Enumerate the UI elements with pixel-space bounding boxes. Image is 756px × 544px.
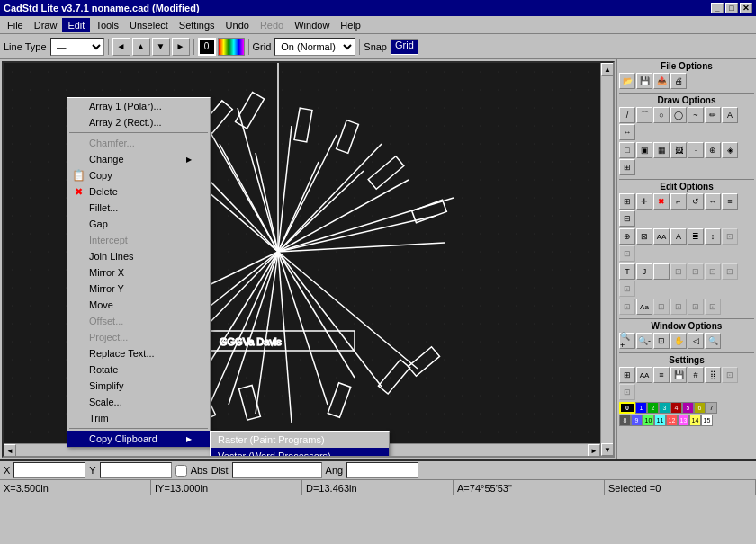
draw-a-btn[interactable]: A [722,107,738,123]
draw-arc-btn[interactable]: ⌒ [636,107,652,123]
color-5[interactable]: 5 [682,402,694,414]
menu-rotate[interactable]: Rotate [68,361,210,378]
edit-t-btn[interactable]: T [619,263,635,280]
color-4[interactable]: 4 [670,402,682,414]
maximize-button[interactable]: □ [725,3,738,13]
zoom-pan-btn[interactable]: ✋ [670,333,687,349]
scroll-down-btn[interactable]: ▼ [601,443,614,456]
abs-checkbox[interactable] [176,465,187,477]
color-13[interactable]: 13 [678,415,689,426]
menu-change[interactable]: Change ▶ [68,151,210,167]
menu-project[interactable]: Project... [68,329,210,345]
draw-hatch-btn[interactable]: ▦ [653,142,670,158]
edit-J-btn[interactable]: J [636,263,652,280]
settings-save-btn[interactable]: 💾 [670,367,687,383]
menu-edit[interactable]: Edit [62,18,90,32]
menu-scale[interactable]: Scale... [68,394,210,410]
draw-rect-btn[interactable]: □ [619,142,635,158]
edit-para-btn[interactable]: ≡ [722,193,738,210]
zoom-out-btn[interactable]: 🔍- [636,333,652,349]
cad-canvas-area[interactable]: GGGVa Davis Array 1 (Polar)... Array 2 (… [2,61,615,458]
draw-img-btn[interactable]: 🖼 [670,142,687,158]
edit-arr-btn[interactable]: ⊟ [619,210,635,227]
color-3[interactable]: 3 [659,402,670,414]
color-10[interactable]: 10 [643,415,654,426]
nav-right-btn[interactable]: ► [172,38,190,56]
menu-undo[interactable]: Undo [220,18,255,32]
menu-draw[interactable]: Draw [29,18,63,32]
file-open-btn[interactable]: 📂 [619,73,635,89]
menu-fillet[interactable]: Fillet... [68,200,210,216]
v-scrollbar[interactable]: ▲ ▼ [600,63,613,456]
menu-window[interactable]: Window [289,18,335,32]
draw-dots-btn[interactable]: · [688,142,704,158]
menu-redo[interactable]: Redo [255,18,289,32]
settings-lines-btn[interactable]: ≡ [653,367,670,383]
edit-flip-btn[interactable]: ↔ [705,193,721,210]
color-6[interactable]: 6 [694,402,706,414]
menu-mirrorx[interactable]: Mirror X [68,264,210,281]
edit-move-btn[interactable]: ✛ [636,193,652,210]
menu-file[interactable]: File [2,18,29,32]
color-14[interactable]: 14 [689,415,701,426]
y-input-field[interactable] [100,462,172,478]
color-7[interactable]: 7 [706,402,717,414]
edit-space-btn[interactable] [653,263,670,280]
file-export-btn[interactable]: 📤 [653,73,670,89]
color-indicator[interactable]: 0 [198,38,216,56]
edit-delete-btn[interactable]: ✖ [653,193,670,210]
nav-up-btn[interactable]: ▲ [132,38,150,56]
edit-Aa-btn[interactable]: Aa [636,299,652,315]
color-0[interactable]: 0 [619,402,635,414]
edit-copy-btn[interactable]: ⊕ [619,228,635,245]
file-save-btn[interactable]: 💾 [636,73,652,89]
grid-dropdown[interactable]: On (Normal) Off On (Fine) On (Coarse) [274,38,356,56]
color-9[interactable]: 9 [631,415,643,426]
draw-circle-btn[interactable]: ○ [653,107,670,123]
color-1[interactable]: 1 [635,402,647,414]
edit-btn1[interactable]: ⊞ [619,193,635,210]
scroll-left-btn[interactable]: ◄ [4,444,16,457]
zoom-prev-btn[interactable]: ◁ [688,333,704,349]
file-print-btn[interactable]: 🖨 [670,73,687,89]
minimize-button[interactable]: _ [711,3,724,13]
menu-joinlines[interactable]: Join Lines [68,248,210,264]
menu-copyclipboard[interactable]: Copy Clipboard ▶ Raster (Paint Programs)… [68,431,210,447]
color-8[interactable]: 8 [619,415,631,426]
edit-scale-btn[interactable]: ⊠ [636,228,652,245]
menu-unselect[interactable]: Unselect [124,18,174,32]
close-button[interactable]: ✕ [740,3,752,13]
menu-mirrory[interactable]: Mirror Y [68,281,210,297]
nav-down-btn[interactable]: ▼ [152,38,170,56]
draw-line-btn[interactable]: / [619,107,635,123]
draw-spline-btn[interactable]: ~ [688,107,704,123]
draw-sym2-btn[interactable]: ◈ [722,142,738,158]
linetype-dropdown[interactable]: — - - ··· [50,38,104,56]
settings-Aa-btn[interactable]: AA [636,367,652,383]
menu-trim[interactable]: Trim [68,410,210,426]
menu-gap[interactable]: Gap [68,216,210,232]
draw-dim-btn[interactable]: ↔ [619,124,635,140]
edit-A-btn[interactable]: A [670,228,687,245]
menu-simplify[interactable]: Simplify [68,378,210,394]
edit-trim-btn[interactable]: ⌐ [670,193,687,210]
menu-move[interactable]: Move [68,297,210,313]
color-11[interactable]: 11 [654,415,666,426]
edit-aa-btn[interactable]: AA [653,228,670,245]
submenu-vector[interactable]: Vector (Word Processors) [211,448,389,458]
scroll-right-btn[interactable]: ► [588,444,600,457]
draw-sym1-btn[interactable]: ⊕ [705,142,721,158]
menu-chamfer[interactable]: Chamfer... [68,135,210,151]
edit-rotate-btn[interactable]: ↺ [688,193,704,210]
zoom-full-btn[interactable]: 🔍 [705,333,721,349]
menu-array1[interactable]: Array 1 (Polar)... [68,98,210,114]
color-2[interactable]: 2 [647,402,659,414]
draw-ellipse-btn[interactable]: ◯ [670,107,687,123]
zoom-in-btn[interactable]: 🔍+ [619,333,635,349]
menu-replacetext[interactable]: Replace Text... [68,345,210,361]
menu-intercept[interactable]: Intercept [68,232,210,248]
submenu-raster[interactable]: Raster (Paint Programs) [211,432,389,448]
zoom-fit-btn[interactable]: ⊡ [653,333,670,349]
edit-list-btn[interactable]: ≣ [688,228,704,245]
menu-settings[interactable]: Settings [174,18,220,32]
